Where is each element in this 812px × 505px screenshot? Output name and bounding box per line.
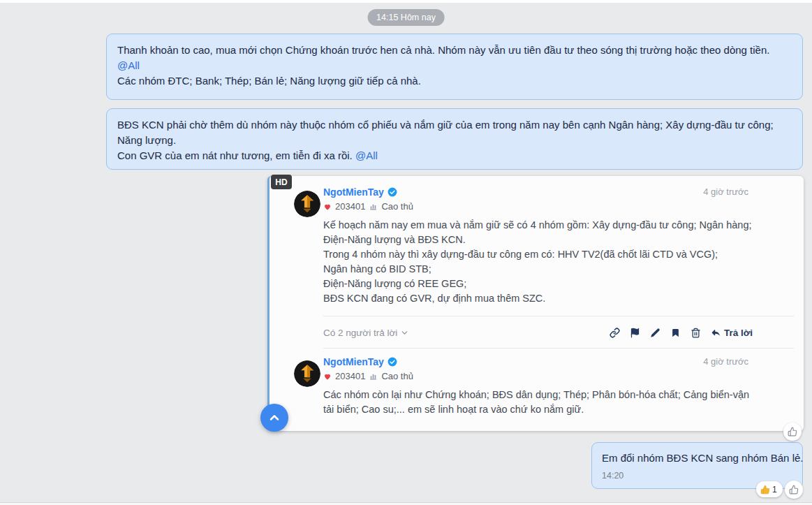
- post-meta-row: 203401 Cao thủ: [323, 201, 413, 212]
- post-body-line: Các nhóm còn lại như Chứng khoán; BĐS dâ…: [323, 388, 756, 417]
- post-timestamp: 4 giờ trước: [703, 186, 748, 197]
- user-avatar[interactable]: [294, 360, 320, 387]
- rank-chart-icon: [369, 372, 378, 381]
- post-body-line: Trong 4 nhóm này thì xây dựng-đầu tư côn…: [323, 247, 756, 262]
- chevron-up-icon: [267, 411, 281, 425]
- edit-pencil-icon[interactable]: [650, 328, 660, 338]
- user-avatar[interactable]: [294, 191, 320, 217]
- divider: [323, 316, 794, 316]
- message-paragraph: Các nhóm ĐTC; Bank; Thép; Bán lẻ; Năng l…: [117, 73, 792, 89]
- heart-icon: [323, 203, 332, 211]
- rank-label: Cao thủ: [381, 201, 413, 212]
- username-link[interactable]: NgotMienTay: [323, 356, 384, 367]
- likes-count: 203401: [335, 201, 365, 212]
- message-paragraph: Con GVR của em nát như tương, em tiễn đi…: [117, 148, 792, 163]
- rank-label: Cao thủ: [381, 371, 413, 381]
- bottom-strip: [0, 502, 812, 505]
- report-flag-icon[interactable]: [630, 328, 640, 338]
- thumbs-up-icon: [788, 427, 797, 437]
- thumbs-up-reaction-icon: [760, 485, 770, 495]
- like-button[interactable]: [785, 481, 803, 499]
- scroll-up-button[interactable]: [260, 404, 288, 432]
- replies-toggle[interactable]: Có 2 người trả lời: [323, 328, 409, 338]
- post-header: NgotMienTay: [323, 356, 397, 367]
- message-text: Con GVR của em nát như tương, em tiễn đi…: [117, 149, 353, 161]
- post-body: Các nhóm còn lại như Chứng khoán; BĐS dâ…: [323, 388, 756, 417]
- reply-button[interactable]: Trả lời: [711, 328, 753, 338]
- post-timestamp: 4 giờ trước: [703, 356, 748, 367]
- hd-quality-badge: HD: [271, 175, 292, 189]
- incoming-message-bubble: BĐS KCN phải chờ thêm dù nhóm này thuộc …: [106, 108, 803, 170]
- message-text: Thanh khoản to cao, mua mới chọn Chứng k…: [117, 44, 769, 56]
- message-paragraph: BĐS KCN phải chờ thêm dù nhóm này thuộc …: [117, 117, 792, 148]
- replies-toggle-label: Có 2 người trả lời: [323, 328, 397, 338]
- heart-icon: [323, 372, 332, 381]
- reply-arrow-icon: [711, 328, 721, 338]
- top-strip: [0, 0, 812, 3]
- delete-trash-icon[interactable]: [691, 328, 701, 338]
- post-body-line: BĐS KCN đang có GVR, dự định mua thêm SZ…: [323, 291, 756, 306]
- incoming-message-bubble: Thanh khoản to cao, mua mới chọn Chứng k…: [106, 34, 803, 100]
- bookmark-icon[interactable]: [670, 328, 681, 338]
- reply-button-label: Trả lời: [724, 328, 753, 338]
- verified-badge-icon: [387, 187, 397, 197]
- post-body: Kế hoạch năm nay em mua và nắm giữ sẽ có…: [323, 218, 756, 306]
- post-action-icons: Trả lời: [610, 328, 753, 338]
- post-body-line: Ngân hàng có BID STB;: [323, 262, 756, 277]
- post-body-line: Kế hoạch năm nay em mua và nắm giữ sẽ có…: [323, 218, 756, 247]
- chevron-down-icon: [400, 328, 409, 337]
- username-link[interactable]: NgotMienTay: [323, 186, 384, 198]
- likes-count: 203401: [335, 371, 365, 381]
- reaction-badge[interactable]: 1: [756, 481, 783, 497]
- rank-chart-icon: [369, 202, 378, 211]
- message-paragraph: Thanh khoản to cao, mua mới chọn Chứng k…: [117, 43, 792, 73]
- chat-screen: 14:15 Hôm nay Thanh khoản to cao, mua mớ…: [0, 0, 812, 505]
- post-body-line: Điện-Năng lượng có REE GEG;: [323, 277, 756, 291]
- time-divider-pill: 14:15 Hôm nay: [367, 9, 445, 26]
- reaction-count: 1: [772, 485, 777, 495]
- message-text: Em đổi nhóm BĐS KCN sang nhóm Bán lẻ.: [602, 451, 792, 466]
- post-meta-row: 203401 Cao thủ: [323, 371, 413, 381]
- post-header: NgotMienTay: [323, 186, 397, 198]
- post-actions-row: Có 2 người trả lời: [323, 322, 753, 343]
- copy-link-icon[interactable]: [610, 328, 620, 338]
- quoted-post-card: HD NgotMienTay 203401: [267, 176, 804, 431]
- verified-badge-icon: [387, 357, 397, 367]
- like-button[interactable]: [783, 423, 802, 441]
- thumbs-up-icon: [789, 485, 799, 495]
- mention-all-link[interactable]: @All: [355, 149, 378, 161]
- mention-all-link[interactable]: @All: [117, 59, 140, 71]
- divider: [323, 348, 794, 349]
